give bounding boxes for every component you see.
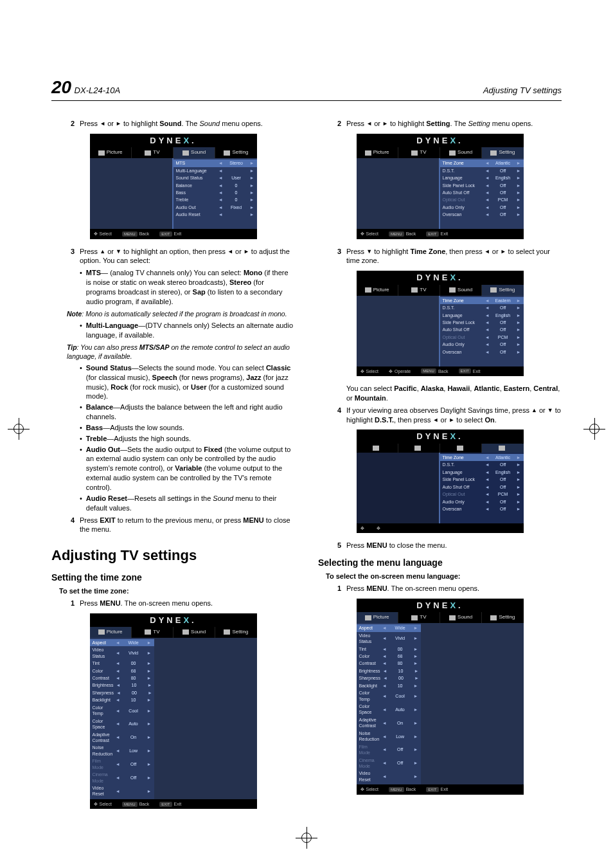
tip-mtssap: Tip: You can also press MTS/SAP on the r… xyxy=(67,343,295,361)
osd-row: Time Zone◄Eastern► xyxy=(440,297,524,304)
bullet-bass: Bass—Adjusts the low sounds. xyxy=(80,423,295,433)
osd-row: Sharpness◄00► xyxy=(357,674,421,682)
osd-setting-menu-a: DYNEX. Picture TV Sound Setting Time Zon… xyxy=(357,134,524,239)
osd-row: Color◄68► xyxy=(357,653,421,660)
osd-row: Audio Only◄Off► xyxy=(440,498,524,505)
osd-tab-picture: Picture xyxy=(90,147,132,158)
up-arrow-icon: ▲ xyxy=(100,248,105,255)
osd-setting-list-b: Time Zone◄Eastern►D.S.T.◄Off►Language◄En… xyxy=(439,296,524,366)
osd-row: Film Mode◄Off► xyxy=(90,757,154,771)
osd-row: Backlight◄10► xyxy=(90,696,154,703)
osd-picture-menu-left: DYNEX. Picture TV Sound Setting Aspect◄W… xyxy=(90,613,257,809)
osd-row: Cinema Mode◄Off► xyxy=(90,771,154,784)
sound-icon xyxy=(182,150,189,156)
osd-row: Sound Status◄User► xyxy=(173,174,257,181)
left-tz-step-1: 1 Press MENU. The on-screen menu opens. xyxy=(67,599,295,608)
osd-tab-picture: Picture xyxy=(90,627,132,638)
osd-row: Aspect◄Wide► xyxy=(90,639,154,646)
heading-adjusting: Adjusting TV settings xyxy=(51,546,295,565)
osd-row: Cinema Mode◄Off► xyxy=(357,757,421,770)
osd-tab-setting: Setting xyxy=(215,147,256,158)
right-column: 2 Press ◄ or ► to highlight Setting. The… xyxy=(318,116,562,817)
osd-setting-list-a: Time Zone◄Atlantic►D.S.T.◄Off►Language◄E… xyxy=(439,158,524,229)
osd-row: Overscan◄Off► xyxy=(440,348,524,356)
osd-picture-list2: Aspect◄Wide►Video Status◄Vivid►Tint◄00►C… xyxy=(357,623,421,784)
osd-row: Overscan◄Off► xyxy=(440,211,524,218)
page-header: 20 DX-L24-10A Adjusting TV settings xyxy=(51,77,562,101)
note-mono: Note: Mono is automatically selected if … xyxy=(67,309,295,318)
page: 20 DX-L24-10A Adjusting TV settings 2 Pr… xyxy=(0,0,613,842)
osd-row: Noise Reduction◄Low► xyxy=(357,730,421,743)
osd-row: Overscan◄Off► xyxy=(440,505,524,512)
osd-row: Video Reset◄► xyxy=(357,770,421,783)
down-arrow-icon: ▼ xyxy=(116,248,121,255)
osd-row: Time Zone◄Atlantic► xyxy=(440,454,524,461)
osd-row: Audio Only◄Off► xyxy=(440,341,524,348)
page-number: 20 xyxy=(51,77,71,97)
osd-row: Optical Out◄PCM► xyxy=(440,491,524,498)
osd-row: D.S.T.◄Off► xyxy=(440,167,524,174)
osd-tab-tv: TV xyxy=(132,147,173,158)
osd-row: Contrast◄80► xyxy=(90,674,154,682)
hint-back: MENUBack xyxy=(122,231,149,237)
left-step-4: 4 Press EXIT to return to the previous m… xyxy=(67,516,295,535)
left-column: 2 Press ◄ or ► to highlight Sound. The S… xyxy=(51,116,295,817)
osd-picture-list: Aspect◄Wide►Video Status◄Vivid►Tint◄00►C… xyxy=(90,638,154,799)
osd-row: Multi-Language◄► xyxy=(173,167,257,174)
osd-row: Noise Reduction◄Low► xyxy=(90,744,154,757)
osd-row: Tint◄00► xyxy=(90,660,154,667)
osd-row: Side Panel Lock◄Off► xyxy=(440,319,524,326)
right-lang-step-1: 1 Press MENU. The on-screen menu opens. xyxy=(333,584,562,593)
timezone-options: You can select Pacific, Alaska, Hawaii, … xyxy=(346,384,562,403)
osd-row: Adaptive Contrast◄On► xyxy=(357,716,421,730)
osd-row: Balance◄0► xyxy=(173,182,257,189)
bullet-mts: MTS— (analog TV channels only) You can s… xyxy=(80,268,295,306)
osd-row: Bass◄0► xyxy=(173,189,257,196)
osd-row: Side Panel Lock◄Off► xyxy=(440,476,524,483)
osd-row: MTS◄Stereo► xyxy=(173,159,257,167)
right-step-3: 3 Press ▼ to highlight Time Zone, then p… xyxy=(333,247,562,266)
osd-setting-menu-c: DYNEX. Time Zone◄Atlantic►D.S.T.◄Off►Lan… xyxy=(357,429,524,533)
osd-row: Language◄English► xyxy=(440,469,524,476)
right-step-2: 2 Press ◄ or ► to highlight Setting. The… xyxy=(333,119,562,129)
osd-setting-list-c: Time Zone◄Atlantic►D.S.T.◄Off►Language◄E… xyxy=(439,453,524,523)
osd-row: D.S.T.◄Off► xyxy=(440,461,524,468)
hint-select: ✥Select xyxy=(94,231,112,237)
osd-setting-menu-b: DYNEX. Picture TV Sound Setting Time Zon… xyxy=(357,271,524,376)
osd-row: Side Panel Lock◄Off► xyxy=(440,182,524,189)
osd-row: Video Status◄Vivid► xyxy=(90,646,154,660)
osd-row: Auto Shut Off◄Off► xyxy=(440,326,524,333)
osd-sound-menu: DYNEX. Picture TV Sound Setting MTS◄Ster… xyxy=(90,134,257,239)
osd-row: Color Temp◄Cool► xyxy=(357,689,421,703)
hint-exit: EXITExit xyxy=(159,231,181,237)
osd-picture-menu-right: DYNEX. Picture TV Sound Setting Aspect◄W… xyxy=(357,599,524,795)
osd-row: Time Zone◄Atlantic► xyxy=(440,159,524,167)
osd-row: Video Status◄Vivid► xyxy=(357,632,421,646)
osd-row: Optical Out◄PCM► xyxy=(440,334,524,341)
osd-row: Aspect◄Wide► xyxy=(357,624,421,631)
osd-row: Language◄English► xyxy=(440,312,524,319)
osd-row: Brightness◄10► xyxy=(90,682,154,689)
right-step-4: 4 If your viewing area observes Daylight… xyxy=(333,406,562,425)
bullet-audioout: Audio Out—Sets the audio output to Fixed… xyxy=(80,445,295,493)
left-step-2: 2 Press ◄ or ► to highlight Sound. The S… xyxy=(67,119,295,129)
osd-row: Audio Out◄Fixed► xyxy=(173,204,257,211)
osd-row: Tint◄00► xyxy=(357,646,421,653)
bullet-balance: Balance—Adjusts the balance between the … xyxy=(80,402,295,422)
osd-row: Contrast◄80► xyxy=(357,660,421,667)
bullet-soundstatus: Sound Status—Selects the sound mode. You… xyxy=(80,363,295,401)
osd-tab-sound: Sound xyxy=(173,147,215,158)
picture-icon xyxy=(98,150,105,156)
osd-row: Backlight◄10► xyxy=(357,682,421,689)
osd-row: Sharpness◄00► xyxy=(90,689,154,696)
proc-language: To select the on-screen menu language: xyxy=(326,572,562,581)
proc-timezone: To set the time zone: xyxy=(59,586,295,596)
osd-row: Auto Shut Off◄Off► xyxy=(440,189,524,196)
osd-row: Film Mode◄Off► xyxy=(357,743,421,757)
osd-sound-list: MTS◄Stereo►Multi-Language◄►Sound Status◄… xyxy=(172,158,257,229)
osd-row: Language◄English► xyxy=(440,174,524,181)
osd-row: Audio Only◄Off► xyxy=(440,204,524,211)
model-number: DX-L24-10A xyxy=(75,86,121,95)
heading-timezone: Setting the time zone xyxy=(51,572,295,584)
osd-row: Brightness◄10► xyxy=(357,667,421,674)
